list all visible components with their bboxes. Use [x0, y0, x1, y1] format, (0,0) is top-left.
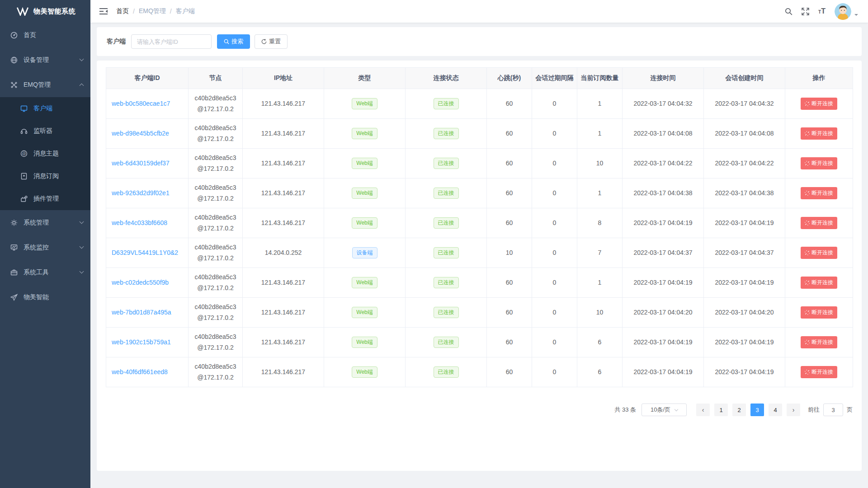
session-expiry-cell: 0 — [532, 178, 577, 208]
disconnect-button[interactable]: 断开连接 — [801, 157, 837, 169]
breadcrumb-current: 客户端 — [176, 7, 195, 15]
connected-time-cell: 2022-03-17 04:04:19 — [623, 357, 704, 387]
reset-button[interactable]: 重置 — [255, 34, 288, 49]
sidebar-item-device-management[interactable]: 设备管理 — [0, 47, 90, 72]
breadcrumb-home[interactable]: 首页 — [116, 7, 129, 15]
status-badge: 已连接 — [434, 217, 459, 228]
subscriptions-cell: 7 — [577, 238, 623, 268]
status-badge: 已连接 — [434, 188, 459, 198]
table-body: web-b0c580ecae1c7 c40b2d8ea5c3@172.17.0.… — [106, 89, 853, 387]
client-icon — [20, 105, 28, 112]
gear-icon — [10, 219, 18, 226]
client-id-link[interactable]: web-c02dedc550f9b — [112, 279, 169, 286]
client-id-link[interactable]: web-40f6df661eed8 — [112, 368, 168, 375]
disconnect-button[interactable]: 断开连接 — [801, 98, 837, 109]
table-row: D6329VL54419L1Y0&2 c40b2d8ea5c3@172.17.0… — [106, 238, 853, 268]
page-button-1[interactable]: 1 — [714, 404, 728, 416]
sidebar-item-listeners[interactable]: 监听器 — [0, 120, 90, 142]
sidebar-item-system-tools[interactable]: 系统工具 — [0, 260, 90, 285]
col-ip: IP地址 — [243, 68, 324, 89]
sidebar-item-message-subscriptions[interactable]: 消息订阅 — [0, 165, 90, 188]
client-id-link[interactable]: web-d98e45b5cfb2e — [112, 130, 169, 137]
client-id-link[interactable]: web-6d430159def37 — [112, 160, 170, 167]
client-id-link[interactable]: web-7bd01d87a495a — [112, 309, 171, 316]
goto-page-input[interactable] — [823, 404, 843, 416]
disconnect-button[interactable]: 断开连接 — [801, 217, 837, 229]
ip-cell: 121.43.146.217 — [243, 328, 324, 357]
font-size-icon[interactable]: TT — [818, 8, 826, 15]
type-badge: 设备端 — [352, 247, 377, 258]
svg-text:@: @ — [22, 151, 26, 156]
prev-page-button[interactable]: ‹ — [696, 404, 710, 416]
chevron-down-icon — [80, 269, 84, 274]
breadcrumb-separator: / — [133, 8, 135, 15]
pagination: 共 33 条 10条/页 ‹ 1 2 3 4 › 前往 页 — [106, 404, 853, 416]
client-id-link[interactable]: web-b0c580ecae1c7 — [112, 100, 170, 107]
clients-table-card: 客户端ID 节点 IP地址 类型 连接状态 心跳(秒) 会话过期间隔 当前订阅数… — [97, 61, 862, 471]
session-created-cell: 2022-03-17 04:04:19 — [704, 268, 785, 298]
search-icon[interactable] — [785, 8, 793, 15]
client-id-link[interactable]: web-fe4c033bf6608 — [112, 219, 167, 226]
sidebar-item-system-management[interactable]: 系统管理 — [0, 210, 90, 235]
breadcrumb-emq: EMQ管理 — [139, 7, 166, 15]
page-content: 客户端 搜索 重置 客户端ID 节点 — [90, 23, 868, 488]
disconnect-button[interactable]: 断开连接 — [801, 187, 837, 199]
disconnect-button[interactable]: 断开连接 — [801, 336, 837, 348]
next-page-button[interactable]: › — [787, 404, 800, 416]
col-subscriptions: 当前订阅数量 — [577, 68, 623, 89]
col-session-expiry: 会话过期间隔 — [532, 68, 577, 89]
heartbeat-cell: 10 — [487, 238, 532, 268]
sidebar-collapse-icon[interactable] — [98, 6, 109, 17]
page-size-select[interactable]: 10条/页 — [642, 404, 687, 416]
disconnect-button[interactable]: 断开连接 — [801, 306, 837, 318]
page-button-3[interactable]: 3 — [750, 404, 764, 416]
page-button-4[interactable]: 4 — [769, 404, 782, 416]
node-cell: c40b2d8ea5c3@172.17.0.2 — [189, 357, 243, 387]
avatar[interactable] — [835, 3, 851, 20]
sidebar-item-plugin-management[interactable]: 插件管理 — [0, 188, 90, 210]
sidebar-item-system-monitor[interactable]: 系统监控 — [0, 235, 90, 260]
connected-time-cell: 2022-03-17 04:04:20 — [623, 298, 704, 328]
connected-time-cell: 2022-03-17 04:04:19 — [623, 328, 704, 357]
type-badge: Web端 — [352, 366, 377, 377]
client-id-link[interactable]: D6329VL54419L1Y0&2 — [112, 249, 178, 256]
sidebar-item-home[interactable]: 首页 — [0, 23, 90, 47]
client-id-link[interactable]: web-1902c15b759a1 — [112, 338, 171, 346]
sidebar-item-message-topics[interactable]: @ 消息主题 — [0, 142, 90, 165]
type-badge: Web端 — [352, 98, 377, 109]
disconnect-button[interactable]: 断开连接 — [801, 366, 837, 378]
sidebar-item-emq-management[interactable]: EMQ管理 — [0, 72, 90, 97]
client-id-link[interactable]: web-9263d2d9f02e1 — [112, 189, 170, 197]
connected-time-cell: 2022-03-17 04:04:32 — [623, 89, 704, 119]
ip-cell: 121.43.146.217 — [243, 208, 324, 238]
client-id-input[interactable] — [131, 34, 212, 49]
sidebar: 物美智能系统 首页 设备管理 EMQ管理 — [0, 0, 90, 488]
table-row: web-c02dedc550f9b c40b2d8ea5c3@172.17.0.… — [106, 268, 853, 298]
page-button-2[interactable]: 2 — [732, 404, 746, 416]
goto-page: 前往 页 — [808, 404, 853, 416]
topic-icon: @ — [20, 150, 28, 157]
col-type: 类型 — [324, 68, 406, 89]
connected-time-cell: 2022-03-17 04:04:19 — [623, 208, 704, 238]
disconnect-button[interactable]: 断开连接 — [801, 247, 837, 258]
node-cell: c40b2d8ea5c3@172.17.0.2 — [189, 268, 243, 298]
disconnect-button[interactable]: 断开连接 — [801, 277, 837, 288]
emq-icon — [10, 81, 18, 89]
search-button[interactable]: 搜索 — [217, 34, 250, 49]
session-expiry-cell: 0 — [532, 208, 577, 238]
session-expiry-cell: 0 — [532, 328, 577, 357]
sidebar-item-wumei-ai[interactable]: 物美智能 — [0, 285, 90, 310]
session-created-cell: 2022-03-17 04:04:19 — [704, 328, 785, 357]
subscriptions-cell: 8 — [577, 208, 623, 238]
table-row: web-40f6df661eed8 c40b2d8ea5c3@172.17.0.… — [106, 357, 853, 387]
table-row: web-6d430159def37 c40b2d8ea5c3@172.17.0.… — [106, 149, 853, 178]
table-row: web-9263d2d9f02e1 c40b2d8ea5c3@172.17.0.… — [106, 178, 853, 208]
fullscreen-icon[interactable] — [802, 8, 809, 15]
paper-plane-icon — [10, 294, 18, 301]
session-created-cell: 2022-03-17 04:04:38 — [704, 178, 785, 208]
disconnect-button[interactable]: 断开连接 — [801, 127, 837, 139]
user-menu[interactable] — [835, 3, 858, 20]
sidebar-item-clients[interactable]: 客户端 — [0, 97, 90, 120]
status-badge: 已连接 — [434, 128, 459, 139]
type-badge: Web端 — [352, 277, 377, 288]
